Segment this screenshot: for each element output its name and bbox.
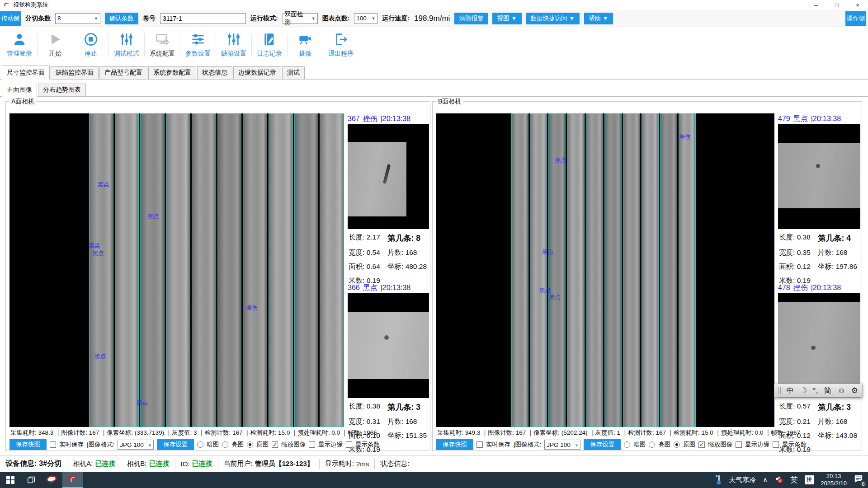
defect-id: 478 (778, 284, 790, 292)
tab-1[interactable]: 缺陷监控界面 (51, 66, 99, 79)
operator-side-button[interactable]: 操作侧 (845, 11, 866, 26)
task-view-button[interactable] (21, 472, 42, 488)
clear-alarm-button[interactable]: 清除报警 (454, 13, 488, 24)
save-snapshot-button[interactable]: 保存快照 (9, 439, 47, 450)
vision-app-taskbar-button[interactable] (62, 472, 83, 488)
data-quick-access-menu-button[interactable]: 数据快捷访问 ▼ (526, 13, 580, 24)
slit-count-select[interactable]: 8 ▼ (55, 13, 100, 24)
dark-image-radio[interactable] (197, 441, 203, 448)
save-settings-button[interactable]: 保存设置 (584, 439, 621, 450)
status-segment-label: 当前用户: (224, 460, 253, 468)
subtab-0[interactable]: 正面图像 (2, 83, 37, 97)
confirm-count-button[interactable]: 确认条数 (105, 13, 138, 24)
tab-2[interactable]: 产品型号配置 (99, 66, 147, 79)
ime-pinyin-badge[interactable]: 拼 (805, 475, 814, 484)
vision-app-icon (67, 474, 78, 485)
toolbar-icon-play-1[interactable]: 开始 (38, 32, 73, 58)
defect-card[interactable]: 479 黑点 |20:13:38 长度: 0.38 第几条: 4 宽度: 0.3… (778, 113, 860, 277)
toolbar-icon-camera-8[interactable]: 摄像 (288, 32, 323, 58)
chevron-down-icon: ▼ (371, 16, 375, 21)
windows-logo-icon (6, 476, 14, 484)
roll-number-input[interactable] (160, 13, 246, 24)
save-snapshot-button[interactable]: 保存快照 (436, 439, 473, 450)
toolbar-icon-monitor-gear-4[interactable]: 系统配置 (145, 32, 180, 58)
minimize-button[interactable]: ─ (806, 0, 826, 10)
taskbar-clock[interactable]: 20:13 2025/2/10 (821, 473, 847, 488)
film-strip (320, 113, 344, 427)
drive-side-button[interactable]: 传动侧 (0, 11, 21, 26)
maximize-button[interactable]: □ (826, 0, 847, 10)
show-edges-checkbox[interactable] (736, 441, 742, 448)
ime-punctuation-icon[interactable]: °, (813, 386, 818, 395)
toolbar-icon-label: 管理登录 (7, 50, 32, 58)
film-strip (623, 113, 640, 427)
save-settings-button[interactable]: 保存设置 (157, 439, 194, 450)
tab-6[interactable]: 测试 (282, 66, 305, 79)
toolbar-icon-log-7[interactable]: 日志记录 (252, 32, 287, 58)
toolbar-icon-sliders-h-5[interactable]: 参数设置 (180, 32, 216, 58)
defect-card[interactable]: 366 黑点 |20:13:38 长度: 0.38 第几条: 3 宽度: 0.3… (348, 282, 429, 446)
camera-image-b[interactable]: 挫伤黑点黑点黑点黑点 (436, 113, 774, 427)
close-button[interactable]: × (847, 0, 868, 10)
ime-drag-handle[interactable] (778, 387, 781, 394)
defect-time: |20:13:38 (381, 284, 410, 292)
film-strip (511, 113, 528, 427)
toolbar-icon-sliders-v-6[interactable]: 缺陷设置 (216, 32, 251, 58)
film-strip (192, 113, 216, 427)
help-menu-button[interactable]: 帮助 ▼ (584, 13, 613, 24)
roll-number-label: 卷号 (143, 14, 156, 23)
zoom-image-checkbox[interactable]: ✓ (698, 441, 705, 448)
bright-image-radio[interactable] (222, 441, 228, 448)
snipping-tool-button[interactable]: ✂ (42, 472, 62, 488)
defect-card[interactable]: 478 挫伤 |20:13:38 长度: 0.57 第几条: 3 宽度: 0.2… (778, 282, 860, 446)
image-format-select[interactable]: JPG 100 ∨ (544, 440, 580, 450)
toolbar-icon-exit-9[interactable]: 退出程序 (323, 32, 359, 58)
start-button[interactable] (0, 472, 21, 488)
camera-b-statusline: 采集耗时: 349.3 ｜图像计数: 167 ｜像素坐标: (5202,24) … (437, 429, 800, 437)
tab-3[interactable]: 系统参数配置 (148, 66, 196, 79)
toolbar-icon-sliders-v-3[interactable]: 调试模式 (109, 32, 144, 58)
hidden-icons-chevron[interactable]: ∧ (763, 476, 768, 484)
tab-4[interactable]: 状态信息 (197, 66, 232, 79)
tab-0[interactable]: 尺寸监控界面 (2, 66, 50, 80)
ime-language-bar[interactable]: 中☽°,简☺⚙ (774, 384, 863, 398)
original-image-radio[interactable] (674, 441, 680, 448)
titlebar: 视觉检测系统 ─ □ × (0, 0, 868, 10)
ime-fullwidth-icon[interactable]: ☽ (800, 386, 807, 395)
camera-image-a[interactable]: 黑点黑点黑点黑点挫伤黑点黑点 (9, 113, 344, 427)
film-strip (586, 113, 603, 427)
defect-card-header: 366 黑点 |20:13:38 (348, 282, 429, 293)
run-mode-select[interactable]: 双面检测 ▼ (283, 13, 318, 24)
original-image-radio[interactable] (247, 441, 253, 448)
tab-5[interactable]: 边缘数据记录 (233, 66, 281, 79)
volume-muted-button[interactable]: × (774, 475, 783, 485)
language-indicator[interactable]: 英 (790, 475, 798, 485)
action-center-button[interactable]: 6 (854, 474, 863, 485)
ime-emoji-icon[interactable]: ☺ (837, 386, 845, 395)
view-menu-button[interactable]: 视图 ▼ (492, 13, 521, 24)
show-strip-count-checkbox[interactable] (773, 441, 779, 448)
realtime-save-checkbox[interactable] (476, 441, 483, 448)
camera-panel-b: B面相机 挫伤黑点黑点黑点黑点 479 黑点 |20:13:38 长度: 0.3… (432, 101, 862, 451)
bright-image-radio[interactable] (649, 441, 655, 448)
status-segment-0: 设备信息:3#分切 (0, 459, 67, 469)
toolbar-icon-user-0[interactable]: 管理登录 (2, 32, 37, 58)
ime-simplified-icon[interactable]: 简 (824, 385, 831, 396)
show-edges-checkbox[interactable] (309, 441, 315, 448)
ime-settings-icon[interactable]: ⚙ (851, 386, 858, 395)
realtime-save-checkbox[interactable] (50, 441, 56, 448)
dark-image-radio[interactable] (624, 441, 630, 448)
subtab-1[interactable]: 分布趋势图表 (38, 84, 86, 96)
main-tabstrip: 尺寸监控界面缺陷监控界面产品型号配置系统参数配置状态信息边缘数据记录测试 (0, 66, 868, 80)
weather-status[interactable]: 天气寒冷 (729, 476, 756, 484)
ime-lang-indicator[interactable]: 中 (787, 385, 794, 396)
image-format-select[interactable]: JPG 100 ∨ (118, 440, 154, 450)
status-segment-value: 3#分切 (39, 459, 61, 469)
zoom-image-checkbox[interactable]: ✓ (272, 441, 278, 448)
film-strip (679, 113, 696, 427)
thermometer-icon[interactable] (715, 474, 722, 486)
show-strip-count-checkbox[interactable] (346, 441, 352, 448)
toolbar-icon-stop-2[interactable]: 停止 (73, 32, 108, 58)
chart-points-select[interactable]: 100 ▼ (354, 13, 377, 24)
defect-card[interactable]: 367 挫伤 |20:13:38 长度: 2.17 第几条: 8 宽度: 0.5… (348, 113, 429, 277)
